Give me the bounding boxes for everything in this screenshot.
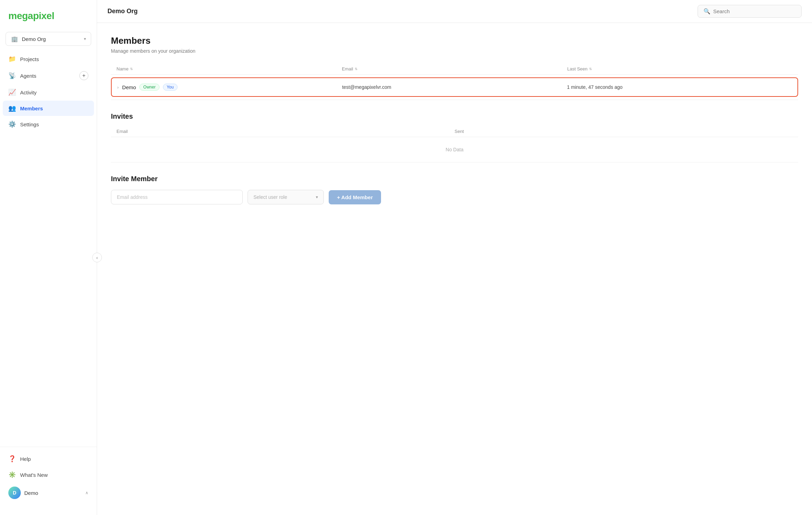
expand-arrow-icon[interactable]: › — [117, 85, 119, 90]
activity-icon: 📈 — [8, 88, 16, 96]
logo-text: megapixel — [8, 10, 54, 21]
topbar-title: Demo Org — [107, 8, 138, 15]
help-icon: ❓ — [8, 455, 16, 463]
avatar: D — [8, 487, 21, 499]
org-icon: 🏢 — [11, 36, 18, 42]
sidebar-item-label: Activity — [20, 90, 37, 95]
sidebar-item-help[interactable]: ❓ Help — [3, 451, 94, 466]
sidebar-item-label: Projects — [20, 56, 39, 62]
logo: megapixel — [0, 7, 97, 32]
owner-badge: Owner — [139, 84, 159, 91]
sidebar-item-label: Agents — [20, 73, 36, 79]
sort-icon-last-seen[interactable]: ⇅ — [589, 67, 592, 71]
agents-icon: 📡 — [8, 72, 16, 79]
page-title: Members — [111, 35, 798, 46]
sidebar-item-label: Members — [20, 105, 43, 111]
column-header-email: Email ⇅ — [342, 66, 567, 71]
sidebar: megapixel 🏢 Demo Org ▾ 📁 Projects 📡 Agen… — [0, 0, 97, 515]
content-area: Members Manage members on your organizat… — [97, 23, 812, 515]
invites-column-email: Email — [116, 129, 455, 134]
member-name: Demo — [122, 84, 136, 90]
chevron-up-icon: ∧ — [85, 490, 88, 495]
invites-section: Invites Email Sent No Data — [111, 112, 798, 162]
members-table: Name ⇅ Email ⇅ Last Seen ⇅ › Demo Owner … — [111, 64, 798, 100]
role-select-chevron-icon: ▾ — [316, 195, 318, 200]
sidebar-bottom: ❓ Help ✳️ What's New D Demo ∧ — [0, 447, 97, 508]
settings-icon: ⚙️ — [8, 120, 16, 128]
invites-table-header: Email Sent — [111, 126, 798, 137]
sidebar-item-members[interactable]: 👥 Members — [3, 101, 94, 116]
sidebar-item-projects[interactable]: 📁 Projects — [3, 51, 94, 67]
column-header-name: Name ⇅ — [116, 66, 342, 71]
sort-icon-email[interactable]: ⇅ — [355, 67, 357, 71]
invite-email-input[interactable] — [111, 190, 243, 204]
sidebar-item-label: Settings — [20, 121, 39, 127]
member-email: test@megapixelvr.com — [342, 84, 567, 90]
sidebar-collapse-button[interactable]: ‹ — [92, 253, 102, 262]
sidebar-item-whats-new[interactable]: ✳️ What's New — [3, 467, 94, 482]
add-agent-button[interactable]: + — [79, 71, 88, 80]
role-select[interactable]: Select user role ▾ — [248, 190, 324, 204]
projects-icon: 📁 — [8, 55, 16, 63]
invites-title: Invites — [111, 112, 798, 120]
topbar: Demo Org 🔍 — [97, 0, 812, 23]
sidebar-item-activity[interactable]: 📈 Activity — [3, 85, 94, 100]
search-box[interactable]: 🔍 — [698, 5, 802, 18]
table-row: › Demo Owner You test@megapixelvr.com 1 … — [111, 77, 798, 97]
chevron-down-icon: ▾ — [84, 36, 86, 41]
column-email-label: Email — [342, 66, 353, 71]
sidebar-item-label: Help — [20, 456, 31, 462]
column-last-seen-label: Last Seen — [567, 66, 588, 71]
search-icon: 🔍 — [703, 8, 710, 15]
invites-column-sent: Sent — [455, 129, 793, 134]
sidebar-item-agents[interactable]: 📡 Agents + — [3, 67, 94, 84]
sort-icon-name[interactable]: ⇅ — [130, 67, 133, 71]
members-icon: 👥 — [8, 104, 16, 112]
member-name-cell: › Demo Owner You — [117, 84, 342, 91]
invite-section-title: Invite Member — [111, 175, 798, 183]
column-name-label: Name — [116, 66, 129, 71]
org-selector[interactable]: 🏢 Demo Org ▾ — [6, 32, 91, 46]
user-name: Demo — [24, 490, 38, 496]
whats-new-icon: ✳️ — [8, 471, 16, 479]
invite-member-section: Invite Member Select user role ▾ + Add M… — [111, 175, 798, 204]
sidebar-item-label: What's New — [20, 472, 48, 478]
org-name: Demo Org — [22, 36, 80, 42]
you-badge: You — [163, 84, 178, 91]
main-content: Demo Org 🔍 Members Manage members on you… — [97, 0, 812, 515]
user-row[interactable]: D Demo ∧ — [3, 483, 94, 503]
no-data-message: No Data — [111, 137, 798, 162]
nav-items: 📁 Projects 📡 Agents + 📈 Activity 👥 Membe… — [0, 51, 97, 447]
column-header-last-seen: Last Seen ⇅ — [567, 66, 793, 71]
sidebar-item-settings[interactable]: ⚙️ Settings — [3, 117, 94, 132]
page-description: Manage members on your organization — [111, 48, 798, 54]
member-last-seen: 1 minute, 47 seconds ago — [567, 84, 792, 90]
add-member-button-label: + Add Member — [337, 194, 373, 200]
search-input[interactable] — [713, 8, 796, 14]
invite-form: Select user role ▾ + Add Member — [111, 190, 798, 204]
role-select-label: Select user role — [253, 194, 287, 200]
table-header: Name ⇅ Email ⇅ Last Seen ⇅ — [111, 64, 798, 75]
add-member-button[interactable]: + Add Member — [329, 190, 381, 204]
